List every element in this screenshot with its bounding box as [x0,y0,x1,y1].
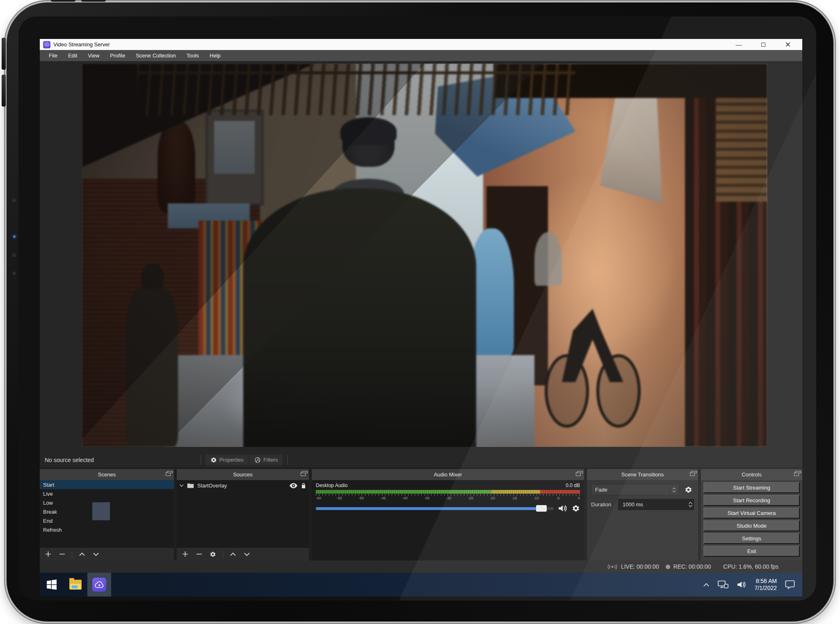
start-button[interactable] [40,573,64,597]
panel-float-icon[interactable] [301,472,306,476]
menu-view[interactable]: View [83,51,104,60]
start-streaming-button[interactable]: Start Streaming [703,482,800,493]
filters-icon [254,457,261,463]
volume-slider[interactable] [316,507,554,510]
titlebar[interactable]: Video Streaming Server — ✕ [40,39,802,50]
bezel-sensor-dot [12,198,16,202]
taskbar: 8:58 AM 7/1/2022 [40,573,802,597]
transition-select-spinner[interactable] [669,485,679,495]
transition-settings-button[interactable] [682,484,694,495]
minimize-button[interactable]: — [733,41,744,49]
remove-source-button[interactable] [195,550,203,558]
filters-label: Filters [263,457,278,463]
panel-float-icon[interactable] [166,472,171,476]
controls-body: Start Streaming Start Recording Start Vi… [701,480,802,560]
gear-icon [210,457,217,463]
source-properties-gear-button[interactable] [209,550,217,558]
remove-scene-button[interactable] [58,550,66,558]
menu-profile[interactable]: Profile [105,51,130,60]
close-button[interactable]: ✕ [783,41,793,49]
clock-date: 7/1/2022 [755,585,777,592]
duration-input[interactable]: 1000 ms [618,499,694,510]
clock-time: 8:58 AM [755,578,777,585]
taskbar-clock[interactable]: 8:58 AM 7/1/2022 [755,578,777,592]
menubar: File Edit View Profile Scene Collection … [40,50,802,61]
exit-button[interactable]: Exit [703,546,800,557]
speaker-icon[interactable] [558,504,568,512]
studio-mode-button[interactable]: Studio Mode [703,520,800,531]
controls-header[interactable]: Controls [701,469,802,480]
power-button[interactable] [51,0,75,2]
meter-scale: -60-55-50-45-40-35-30-25-20-15-10-50 [316,496,580,500]
move-source-up-button[interactable] [229,550,237,558]
volume-up-button[interactable] [2,38,6,70]
menu-edit[interactable]: Edit [63,51,82,60]
menu-help[interactable]: Help [205,51,226,60]
app-icon [43,41,50,48]
properties-button[interactable]: Properties [205,454,249,466]
volume-meter [316,490,580,494]
mixer-gear-icon[interactable] [572,504,580,512]
network-icon[interactable] [718,581,728,589]
scenes-list: Start Live Low Break End Refresh [40,480,174,548]
move-scene-up-button[interactable] [78,550,86,558]
transition-select[interactable]: Fade [591,484,679,495]
panel-float-icon[interactable] [576,472,581,476]
tray-speaker-icon[interactable] [737,581,746,589]
separator [201,455,201,465]
streaming-app-taskbar-button[interactable] [87,573,111,597]
audio-mixer-title: Audio Mixer [434,471,462,478]
status-bar: LIVE: 00:00:00 REC: 00:00:00 CPU: 1.6%, … [40,560,802,573]
duration-spinner[interactable] [688,499,693,510]
scenes-panel: Scenes Start Live Low Break End Refresh [40,469,174,560]
add-source-button[interactable] [181,550,189,558]
volume-slider-fill [316,507,537,510]
lock-icon[interactable] [301,482,306,489]
action-center-icon[interactable] [785,580,795,589]
filters-button[interactable]: Filters [249,454,283,466]
panel-float-icon[interactable] [690,472,695,476]
file-explorer-button[interactable] [64,573,87,597]
separator [72,551,72,558]
controls-title: Controls [742,471,761,478]
audio-mixer-header[interactable]: Audio Mixer [312,469,584,480]
tray-chevron-up-icon[interactable] [703,583,710,587]
video-preview[interactable] [82,64,767,447]
add-scene-button[interactable] [44,550,52,558]
sources-list: StartOverlay [177,480,309,548]
tablet-frame: Video Streaming Server — ✕ File Edit Vie… [7,2,833,622]
windows-logo-icon [46,579,57,590]
eye-icon[interactable] [290,483,297,488]
scenes-header[interactable]: Scenes [40,469,174,480]
scene-transitions-title: Scene Transitions [621,471,664,478]
start-virtual-camera-button[interactable]: Start Virtual Camera [703,508,800,519]
scene-transitions-header[interactable]: Scene Transitions [587,469,698,480]
source-status-row: No source selected Properties Filters [40,452,802,467]
move-source-down-button[interactable] [243,550,251,558]
bezel-sensor-dot [12,253,16,257]
rec-timer: REC: 00:00:00 [673,563,711,570]
move-scene-down-button[interactable] [92,550,100,558]
preview-area[interactable] [40,61,802,452]
source-item-startoverlay[interactable]: StartOverlay [177,480,309,491]
panel-float-icon[interactable] [794,472,799,476]
audio-mixer-panel: Audio Mixer Desktop Audio 0.0 dB -60-55-… [312,469,584,560]
menu-tools[interactable]: Tools [182,51,204,60]
live-timer: LIVE: 00:00:00 [621,563,659,570]
volume-slider-handle[interactable] [536,505,547,512]
restore-icon [761,43,765,47]
scene-item-live[interactable]: Live [40,489,174,498]
source-name: StartOverlay [197,483,227,489]
sources-toolbar [177,548,309,560]
menu-file[interactable]: File [44,51,62,60]
start-recording-button[interactable]: Start Recording [703,495,800,506]
restore-button[interactable] [758,41,769,49]
settings-button[interactable]: Settings [703,533,800,544]
chevron-down-icon[interactable] [179,484,184,487]
scene-item-start[interactable]: Start [40,480,174,489]
volume-button-top[interactable] [81,0,106,2]
sources-header[interactable]: Sources [177,469,309,480]
menu-scene-collection[interactable]: Scene Collection [131,51,181,60]
scene-item-refresh[interactable]: Refresh [40,525,174,534]
volume-down-button[interactable] [2,75,6,107]
